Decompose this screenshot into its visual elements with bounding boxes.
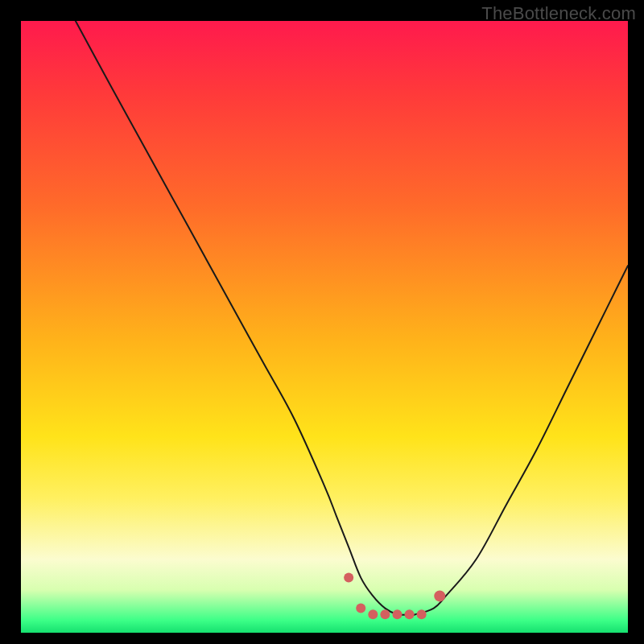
- marker-d: [380, 609, 390, 619]
- marker-f: [405, 609, 415, 619]
- marker-a: [344, 573, 353, 583]
- marker-e: [392, 609, 402, 619]
- marker-h: [434, 590, 445, 601]
- plot-area: [21, 21, 628, 633]
- bottleneck-curve: [76, 21, 628, 615]
- marker-c: [368, 609, 378, 619]
- plot-svg: [21, 21, 628, 633]
- marker-b: [356, 604, 365, 613]
- watermark-text: TheBottleneck.com: [481, 3, 636, 24]
- valley-markers: [344, 573, 445, 620]
- chart-frame: TheBottleneck.com: [0, 0, 644, 644]
- marker-g: [417, 609, 427, 619]
